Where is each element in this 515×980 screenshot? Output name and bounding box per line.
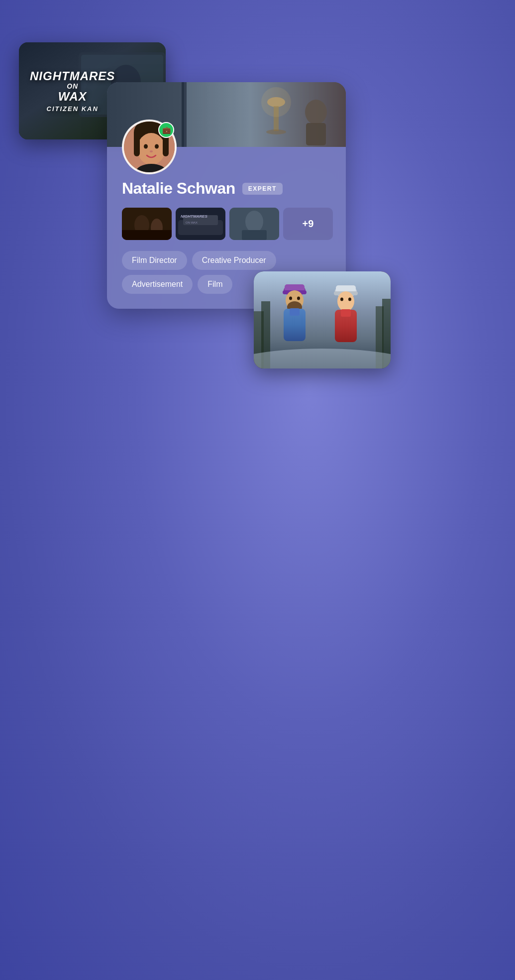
tag-creative-producer[interactable]: Creative Producer (192, 251, 276, 270)
svg-text:ON WAX: ON WAX (186, 221, 198, 224)
svg-point-19 (137, 133, 165, 165)
portfolio-more[interactable]: +9 (283, 208, 333, 240)
scene-card (254, 271, 391, 368)
thumb-1-image (122, 208, 172, 240)
svg-point-22 (150, 150, 153, 152)
portfolio-thumb-3[interactable] (229, 208, 279, 240)
tags-row-1: Film Director Creative Producer (122, 251, 331, 270)
scene-card-svg (254, 271, 391, 368)
svg-text:NIGHTMARES: NIGHTMARES (181, 214, 207, 219)
svg-rect-24 (134, 136, 140, 156)
tag-film-director[interactable]: Film Director (122, 251, 187, 270)
svg-point-21 (155, 144, 159, 149)
thumb-3-image (229, 208, 279, 240)
portfolio-thumb-1[interactable] (122, 208, 172, 240)
profile-name: Natalie Schwan (122, 179, 235, 198)
svg-rect-60 (341, 309, 351, 317)
work-status-badge: 💼 (158, 122, 174, 138)
svg-rect-37 (242, 230, 267, 240)
avatar-wrapper: 💼 (122, 120, 177, 174)
svg-point-49 (289, 297, 292, 300)
svg-rect-14 (184, 82, 346, 147)
svg-point-58 (348, 298, 351, 301)
portfolio-row: NIGHTMARES ON WAX +9 (122, 208, 331, 240)
profile-name-row: Natalie Schwan EXPERT (122, 179, 331, 198)
briefcase-icon: 💼 (162, 126, 171, 134)
expert-badge: EXPERT (242, 183, 283, 195)
portfolio-thumb-2[interactable]: NIGHTMARES ON WAX (176, 208, 225, 240)
svg-rect-29 (122, 230, 172, 240)
svg-point-20 (144, 144, 148, 149)
svg-point-50 (297, 297, 300, 300)
movie-title: NIGHTMARES ON WAX CITIZEN KAN (30, 69, 115, 112)
svg-point-56 (337, 291, 354, 311)
tag-advertisement[interactable]: Advertisement (122, 275, 193, 294)
svg-rect-52 (290, 308, 300, 316)
svg-point-36 (245, 211, 263, 233)
scene-card-inner (254, 271, 391, 368)
svg-point-57 (340, 298, 343, 301)
svg-point-43 (254, 349, 391, 368)
svg-rect-25 (163, 136, 169, 156)
tag-film[interactable]: Film (198, 275, 232, 294)
thumb-2-image: NIGHTMARES ON WAX (176, 208, 225, 240)
